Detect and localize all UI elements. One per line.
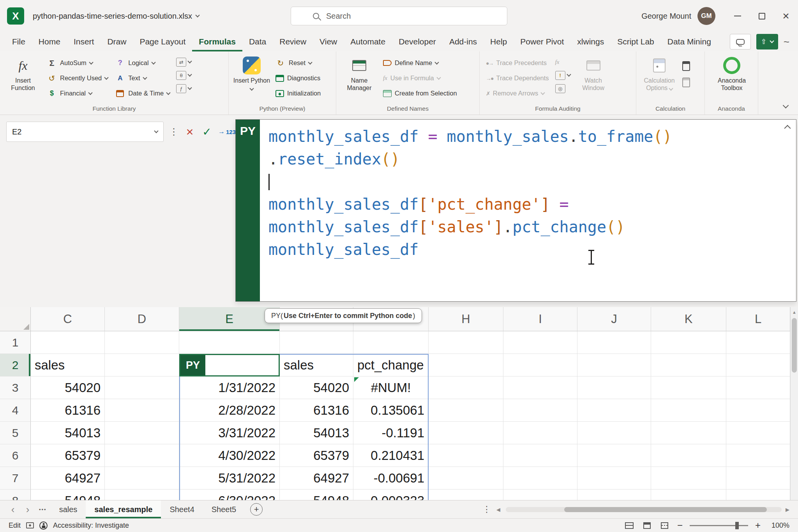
enter-button[interactable]: ✓	[201, 125, 213, 138]
share-button[interactable]: ⇧	[756, 34, 778, 49]
cell-C5[interactable]: 54013	[31, 422, 105, 444]
cell[interactable]	[503, 376, 577, 399]
row-header-4[interactable]: 4	[0, 399, 31, 422]
cell-C6[interactable]: 65379	[31, 444, 105, 467]
scroll-up-icon[interactable]: ▲	[791, 307, 798, 317]
hscroll-left-icon[interactable]: ◀	[496, 507, 500, 513]
cell-F5[interactable]: 54013	[280, 422, 353, 444]
tab-file[interactable]: File	[5, 32, 32, 51]
tab-home[interactable]: Home	[32, 32, 67, 51]
sheet-more-icon[interactable]: ⋮	[482, 504, 491, 514]
col-header-D[interactable]: D	[105, 307, 179, 331]
zoom-slider[interactable]	[690, 525, 748, 526]
cell[interactable]	[577, 399, 651, 422]
python-formula-editor[interactable]: PY monthly_sales_df = monthly_sales.to_f…	[235, 119, 796, 302]
maximize-button[interactable]	[750, 0, 774, 32]
tab-add-ins[interactable]: Add-ins	[443, 32, 484, 51]
formula-code-area[interactable]: monthly_sales_df = monthly_sales.to_fram…	[260, 120, 796, 301]
cell[interactable]	[651, 331, 726, 354]
cell[interactable]	[577, 444, 651, 467]
cell[interactable]	[651, 467, 726, 490]
anaconda-toolbox-button[interactable]: Anaconda Toolbox	[708, 54, 755, 92]
cell[interactable]	[429, 444, 503, 467]
cell-G6[interactable]: 0.210431	[353, 444, 429, 467]
add-sheet-button[interactable]: +	[250, 503, 263, 516]
cell-E6[interactable]: 4/30/2022	[179, 444, 280, 467]
col-header-H[interactable]: H	[429, 307, 503, 331]
cell-F3[interactable]: 54020	[280, 376, 353, 399]
cell[interactable]	[503, 399, 577, 422]
cell[interactable]	[105, 331, 179, 354]
calculation-options-button[interactable]: Calculation Options	[640, 54, 678, 92]
tab-formulas[interactable]: Formulas	[192, 32, 242, 51]
cell-G5[interactable]: -0.1191	[353, 422, 429, 444]
cell-G7[interactable]: -0.00691	[353, 467, 429, 490]
cell[interactable]	[651, 422, 726, 444]
workbook-title[interactable]: python-pandas-time-series-demo-solution.…	[33, 12, 199, 21]
vertical-scrollbar[interactable]: ▲	[790, 307, 798, 500]
sheet-list-button[interactable]: •••	[39, 507, 47, 513]
row-header-6[interactable]: 6	[0, 444, 31, 467]
sheet-nav-right-icon[interactable]: ›	[20, 504, 35, 516]
cell-F7[interactable]: 64927	[280, 467, 353, 490]
insert-function-button[interactable]: fx Insert Function	[4, 54, 42, 92]
trace-precedents-button[interactable]: ●→Trace Precedents	[484, 55, 551, 71]
cell[interactable]	[503, 490, 577, 500]
tab-script-lab[interactable]: Script Lab	[611, 32, 661, 51]
initialization-button[interactable]: Initialization	[273, 86, 323, 101]
text-button[interactable]: AText	[113, 71, 172, 86]
remove-arrows-button[interactable]: ✗Remove Arrows	[484, 86, 551, 101]
use-in-formula-button[interactable]: fxUse in Formula	[381, 71, 459, 86]
zoom-level[interactable]: 100%	[768, 521, 789, 530]
cell-G2[interactable]: pct_change	[353, 354, 429, 376]
cell-E8[interactable]: 6/30/2022	[179, 490, 280, 500]
cell-C4[interactable]: 61316	[31, 399, 105, 422]
cell[interactable]	[503, 422, 577, 444]
cell-C8[interactable]: 54948	[31, 490, 105, 500]
cell[interactable]	[105, 444, 179, 467]
tab-xlwings[interactable]: xlwings	[570, 32, 611, 51]
macro-record-icon[interactable]	[26, 522, 34, 528]
select-all-corner[interactable]	[0, 307, 31, 331]
view-normal-button[interactable]	[623, 521, 635, 530]
cell[interactable]	[105, 490, 179, 500]
sheet-tab-sales[interactable]: sales	[51, 500, 86, 518]
cell[interactable]	[577, 354, 651, 376]
autosum-button[interactable]: ΣAutoSum	[44, 55, 110, 71]
tab-developer[interactable]: Developer	[392, 32, 443, 51]
tab-view[interactable]: View	[313, 32, 344, 51]
sheet-tab-sales-resample[interactable]: sales_resample	[86, 500, 161, 518]
cell[interactable]	[105, 467, 179, 490]
cell[interactable]	[726, 399, 790, 422]
cell[interactable]	[651, 354, 726, 376]
cell[interactable]	[353, 331, 429, 354]
tab-power-pivot[interactable]: Power Pivot	[514, 32, 570, 51]
cell[interactable]	[726, 354, 790, 376]
define-name-button[interactable]: Define Name	[381, 55, 459, 71]
sheet-nav-left-icon[interactable]: ‹	[5, 504, 20, 516]
cell-C3[interactable]: 54020	[31, 376, 105, 399]
lookup-reference-button[interactable]: ⇄	[175, 55, 193, 69]
tab-review[interactable]: Review	[273, 32, 313, 51]
row-header-8[interactable]: 8	[0, 490, 31, 500]
cell-F2[interactable]: sales	[280, 354, 353, 376]
cell[interactable]	[726, 422, 790, 444]
cell[interactable]	[651, 444, 726, 467]
financial-button[interactable]: $Financial	[44, 86, 110, 101]
cell-C7[interactable]: 64927	[31, 467, 105, 490]
reset-button[interactable]: ↻Reset	[273, 55, 323, 71]
minimize-button[interactable]	[726, 0, 750, 32]
diagnostics-button[interactable]: Diagnostics	[273, 71, 323, 86]
formula-bar-more-icon[interactable]: ⋮	[169, 126, 178, 137]
cell[interactable]	[651, 399, 726, 422]
cell[interactable]	[726, 467, 790, 490]
tab-insert[interactable]: Insert	[67, 32, 101, 51]
cell[interactable]	[503, 331, 577, 354]
active-cell-E2[interactable]: PY	[179, 354, 280, 376]
cell-E3[interactable]: 1/31/2022	[179, 376, 280, 399]
tab-data[interactable]: Data	[242, 32, 273, 51]
cell[interactable]	[429, 399, 503, 422]
cell-G4[interactable]: 0.135061	[353, 399, 429, 422]
col-header-J[interactable]: J	[577, 307, 651, 331]
tab-data-mining[interactable]: Data Mining	[661, 32, 718, 51]
